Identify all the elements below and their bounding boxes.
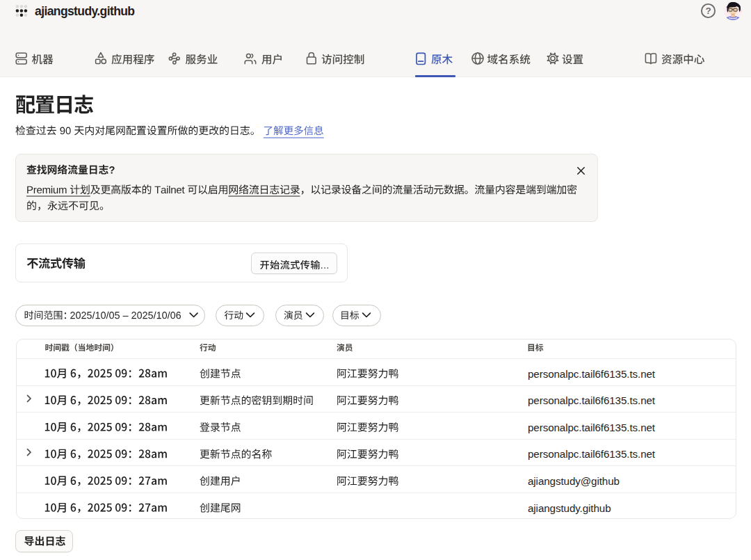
- svg-text:ajiangstudy@github: ajiangstudy@github: [528, 475, 620, 487]
- svg-text:ajiangstudy.github: ajiangstudy.github: [528, 502, 611, 514]
- svg-text:ajiangstudy.github: ajiangstudy.github: [35, 4, 134, 18]
- svg-text:?: ?: [705, 6, 711, 16]
- svg-text:personalpc.tail6f6135.ts.net: personalpc.tail6f6135.ts.net: [528, 448, 656, 460]
- svg-text:personalpc.tail6f6135.ts.net: personalpc.tail6f6135.ts.net: [528, 422, 656, 433]
- svg-text:personalpc.tail6f6135.ts.net: personalpc.tail6f6135.ts.net: [528, 368, 656, 380]
- svg-text:personalpc.tail6f6135.ts.net: personalpc.tail6f6135.ts.net: [528, 394, 656, 406]
